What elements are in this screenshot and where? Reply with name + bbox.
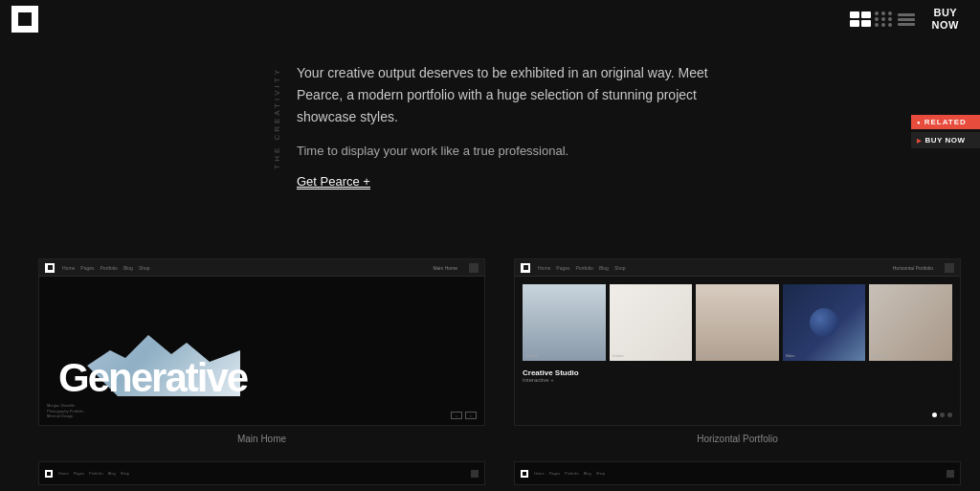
dots-view-button[interactable] — [875, 11, 894, 27]
related-popup: RELATED BUY NOW — [911, 115, 980, 148]
dot-3 — [947, 413, 952, 417]
next-arrow[interactable]: › — [465, 412, 477, 419]
card2-img-3: Plano Topble — [696, 284, 779, 361]
nav-right-controls: Buy Now — [850, 1, 969, 37]
hero-main-text: Your creative output deserves to be exhi… — [297, 62, 718, 128]
top-navigation: Buy Now — [0, 0, 980, 38]
card1-btn — [469, 263, 479, 273]
card-mini-2-btn — [947, 470, 954, 478]
card-mini-1-nav: HomePagesPortfolioBlogShop — [58, 471, 465, 476]
related-badge: RELATED — [911, 115, 980, 129]
card2-body: Portfolio Graphic Plano Topble Stikes — [515, 277, 960, 425]
prev-arrow[interactable]: ‹ — [451, 412, 462, 419]
card-mini-1-logo — [45, 470, 53, 478]
bottom-cards-section: HomePagesPortfolioBlogShop HomePagesPort… — [38, 461, 961, 485]
card1-logo — [45, 263, 55, 273]
card2-bottom-text: Creative Studio Interactive + — [523, 368, 952, 383]
grid-view-button[interactable] — [850, 11, 871, 27]
sidebar-label: THE CREATIVITY — [273, 67, 281, 169]
hero-section: Your creative output deserves to be exhi… — [297, 62, 718, 190]
card1-body: Generative Morgan DaniellePhotography Po… — [39, 277, 484, 425]
card-mini-2-logo — [521, 470, 528, 478]
card2-nav: HomePagesPortfolioBlogShop — [538, 265, 885, 271]
card2-gallery: Portfolio Graphic Plano Topble Stikes — [523, 284, 952, 361]
card2-logo — [521, 263, 530, 273]
card-main-home-preview[interactable]: HomePagesPortfolioBlogShop Main Home Gen… — [38, 258, 485, 426]
card-horizontal-portfolio-label: Horizontal Portfolio — [514, 434, 961, 444]
card2-btn — [945, 263, 954, 273]
card2-img-4: Stikes — [783, 284, 866, 361]
buy-now-popup-button[interactable]: BUY NOW — [911, 132, 980, 148]
card2-img-1: Portfolio — [523, 284, 606, 361]
card2-topbar: HomePagesPortfolioBlogShop Horizontal Po… — [515, 259, 960, 277]
card2-pagination-dots — [932, 413, 952, 417]
dot-1 — [932, 413, 937, 417]
view-toggle-group — [850, 11, 915, 27]
card1-topbar: HomePagesPortfolioBlogShop Main Home — [39, 259, 484, 277]
card-mini-1-btn — [471, 470, 479, 478]
card2-img-2: Graphic — [610, 284, 693, 361]
card2-title: Creative Studio — [523, 368, 952, 377]
hero-sub-text: Time to display your work like a true pr… — [297, 142, 718, 161]
card1-bottom-text: Morgan DaniellePhotography PortfolioMini… — [47, 403, 83, 419]
get-pearce-link[interactable]: Get Pearce + — [297, 174, 370, 190]
card-main-home-label: Main Home — [38, 434, 485, 444]
card1-hero-text: Generative — [58, 355, 247, 401]
cards-section: HomePagesPortfolioBlogShop Main Home Gen… — [38, 258, 961, 444]
card-main-home: HomePagesPortfolioBlogShop Main Home Gen… — [38, 258, 485, 444]
site-logo[interactable] — [11, 6, 38, 33]
card2-img-5: Modeling — [869, 284, 952, 361]
card-mini-2: HomePagesPortfolioBlogShop — [514, 461, 961, 485]
list-view-button[interactable] — [898, 13, 915, 26]
card-horizontal-portfolio-preview[interactable]: HomePagesPortfolioBlogShop Horizontal Po… — [514, 258, 961, 426]
card2-subtitle: Interactive + — [523, 377, 952, 383]
card-mini-2-nav: HomePagesPortfolioBlogShop — [534, 471, 941, 476]
card-mini-1: HomePagesPortfolioBlogShop — [38, 461, 485, 485]
card1-arrows: ‹ › — [451, 412, 477, 419]
card1-nav: HomePagesPortfolioBlogShop — [62, 265, 425, 271]
buy-now-button[interactable]: Buy Now — [923, 1, 969, 37]
dot-2 — [940, 413, 945, 417]
card1-bottom: Morgan DaniellePhotography PortfolioMini… — [47, 403, 477, 419]
card-horizontal-portfolio: HomePagesPortfolioBlogShop Horizontal Po… — [514, 258, 961, 444]
